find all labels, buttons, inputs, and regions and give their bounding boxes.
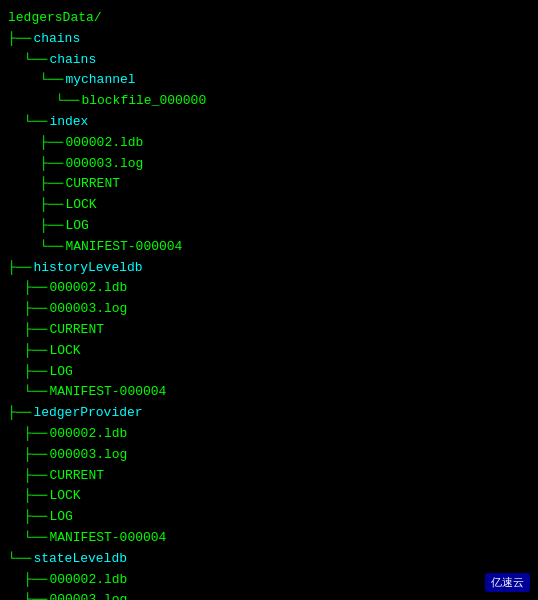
tree-connector: ├── bbox=[24, 486, 47, 507]
tree-label: index bbox=[49, 112, 88, 133]
tree-item-index-manifest: └── MANIFEST-000004 bbox=[8, 237, 538, 258]
tree-connector: └── bbox=[24, 528, 47, 549]
tree-label: LOCK bbox=[65, 195, 96, 216]
tree-item-index-lock: ├── LOCK bbox=[8, 195, 538, 216]
tree-connector: └── bbox=[24, 112, 47, 133]
tree-label: MANIFEST-000004 bbox=[65, 237, 182, 258]
root-label: ledgersData/ bbox=[8, 8, 538, 29]
tree-connector: └── bbox=[40, 70, 63, 91]
tree-connector: └── bbox=[40, 237, 63, 258]
tree-item-index-000002ldb: ├── 000002.ldb bbox=[8, 133, 538, 154]
file-tree: ledgersData/ ├── chains└── chains└── myc… bbox=[8, 8, 538, 600]
tree-label: LOCK bbox=[49, 486, 80, 507]
tree-connector: └── bbox=[56, 91, 79, 112]
tree-connector: ├── bbox=[8, 258, 31, 279]
tree-label: CURRENT bbox=[65, 174, 120, 195]
tree-item-ledgerprovider: ├── ledgerProvider bbox=[8, 403, 538, 424]
tree-connector: ├── bbox=[24, 590, 47, 600]
tree-item-ledger-000003log: ├── 000003.log bbox=[8, 445, 538, 466]
tree-connector: ├── bbox=[24, 466, 47, 487]
tree-label: 000002.ldb bbox=[49, 278, 127, 299]
tree-label: stateLeveldb bbox=[33, 549, 127, 570]
tree-item-history-000003log: ├── 000003.log bbox=[8, 299, 538, 320]
tree-item-history-log: ├── LOG bbox=[8, 362, 538, 383]
tree-connector: ├── bbox=[24, 299, 47, 320]
tree-item-state-000002ldb: ├── 000002.ldb bbox=[8, 570, 538, 591]
tree-item-index-log: ├── LOG bbox=[8, 216, 538, 237]
tree-connector: ├── bbox=[24, 507, 47, 528]
tree-item-index: └── index bbox=[8, 112, 538, 133]
tree-label: LOCK bbox=[49, 341, 80, 362]
tree-connector: ├── bbox=[40, 216, 63, 237]
tree-item-state-000003log: ├── 000003.log bbox=[8, 590, 538, 600]
tree-label: MANIFEST-000004 bbox=[49, 382, 166, 403]
tree-connector: ├── bbox=[24, 320, 47, 341]
tree-connector: ├── bbox=[24, 424, 47, 445]
tree-item-index-000003log: ├── 000003.log bbox=[8, 154, 538, 175]
tree-connector: ├── bbox=[40, 174, 63, 195]
tree-label: 000003.log bbox=[49, 445, 127, 466]
tree-item-history-000002ldb: ├── 000002.ldb bbox=[8, 278, 538, 299]
tree-item-historyleveldb: ├── historyLeveldb bbox=[8, 258, 538, 279]
tree-connector: ├── bbox=[8, 403, 31, 424]
tree-label: chains bbox=[49, 50, 96, 71]
tree-connector: └── bbox=[24, 50, 47, 71]
tree-item-history-manifest: └── MANIFEST-000004 bbox=[8, 382, 538, 403]
tree-connector: ├── bbox=[8, 29, 31, 50]
tree-label: 000002.ldb bbox=[49, 424, 127, 445]
tree-item-history-current: ├── CURRENT bbox=[8, 320, 538, 341]
tree-item-chains-top: ├── chains bbox=[8, 29, 538, 50]
tree-item-ledger-current: ├── CURRENT bbox=[8, 466, 538, 487]
tree-item-ledger-000002ldb: ├── 000002.ldb bbox=[8, 424, 538, 445]
tree-item-mychannel: └── mychannel bbox=[8, 70, 538, 91]
tree-connector: └── bbox=[8, 549, 31, 570]
tree-connector: ├── bbox=[24, 570, 47, 591]
tree-connector: └── bbox=[24, 382, 47, 403]
tree-connector: ├── bbox=[24, 362, 47, 383]
tree-label: 000003.log bbox=[49, 590, 127, 600]
tree-label: LOG bbox=[49, 362, 72, 383]
tree-connector: ├── bbox=[24, 341, 47, 362]
tree-label: LOG bbox=[65, 216, 88, 237]
tree-label: historyLeveldb bbox=[33, 258, 142, 279]
tree-label: 000002.ldb bbox=[65, 133, 143, 154]
tree-label: LOG bbox=[49, 507, 72, 528]
tree-connector: ├── bbox=[40, 195, 63, 216]
root-text: ledgersData/ bbox=[8, 8, 102, 29]
tree-label: CURRENT bbox=[49, 466, 104, 487]
tree-item-stateleveldb: └── stateLeveldb bbox=[8, 549, 538, 570]
tree-label: MANIFEST-000004 bbox=[49, 528, 166, 549]
tree-connector: ├── bbox=[24, 445, 47, 466]
tree-item-blockfile_000000: └── blockfile_000000 bbox=[8, 91, 538, 112]
tree-label: blockfile_000000 bbox=[81, 91, 206, 112]
tree-item-ledger-log: ├── LOG bbox=[8, 507, 538, 528]
tree-connector: ├── bbox=[40, 133, 63, 154]
tree-item-ledger-lock: ├── LOCK bbox=[8, 486, 538, 507]
tree-item-chains-sub: └── chains bbox=[8, 50, 538, 71]
tree-label: chains bbox=[33, 29, 80, 50]
tree-label: CURRENT bbox=[49, 320, 104, 341]
tree-label: 000003.log bbox=[65, 154, 143, 175]
tree-label: 000002.ldb bbox=[49, 570, 127, 591]
tree-item-history-lock: ├── LOCK bbox=[8, 341, 538, 362]
tree-label: mychannel bbox=[65, 70, 135, 91]
tree-label: ledgerProvider bbox=[33, 403, 142, 424]
tree-connector: ├── bbox=[24, 278, 47, 299]
tree-item-ledger-manifest: └── MANIFEST-000004 bbox=[8, 528, 538, 549]
watermark-badge: 亿速云 bbox=[485, 573, 530, 592]
tree-label: 000003.log bbox=[49, 299, 127, 320]
tree-item-index-current: ├── CURRENT bbox=[8, 174, 538, 195]
tree-connector: ├── bbox=[40, 154, 63, 175]
